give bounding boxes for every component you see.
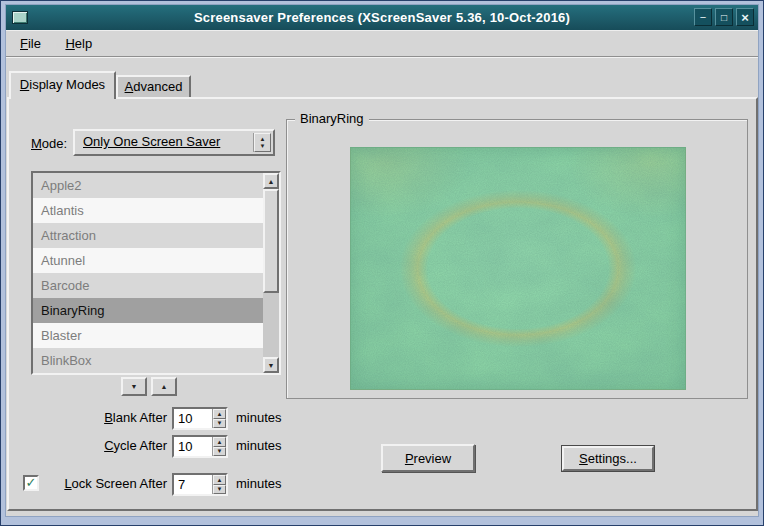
menu-help-label: elp [75,36,92,51]
lock-after-accel: L [64,476,71,491]
menu-help-accel: H [65,36,74,51]
down-arrow-icon: ▼ [217,420,223,426]
down-arrow-icon: ▼ [131,383,138,390]
list-prev-button[interactable]: ▲ [151,377,177,396]
titlebar-buttons: − □ × [694,8,754,26]
scrollbar-down-button[interactable]: ▼ [263,357,279,373]
lock-checkbox[interactable]: ✓ [23,475,39,491]
preview-button-accel: P [405,451,414,466]
lock-after-label: Lock Screen After [45,476,167,491]
list-item-atlantis[interactable]: Atlantis [33,198,263,223]
tab-display-modes-label: isplay Modes [29,77,105,92]
up-arrow-icon: ▲ [268,178,275,185]
preview-frame: BinaryRing [286,119,748,399]
xscreensaver-window: Screensaver Preferences (XScreenSaver 5.… [0,0,764,526]
blank-after-spinbox: ▲ ▼ [172,407,228,430]
titlebar[interactable]: Screensaver Preferences (XScreenSaver 5.… [6,5,758,30]
scrollbar-up-button[interactable]: ▲ [263,173,279,189]
cycle-after-label: Cycle After [9,438,167,453]
cycle-after-input[interactable] [174,437,212,456]
screensaver-list: Apple2 Atlantis Attraction Atunnel Barco… [31,171,281,375]
list-item-atunnel[interactable]: Atunnel [33,248,263,273]
display-modes-panel: Mode: Only One Screen Saver ▲ ▼ Apple2 A… [7,97,758,511]
preview-button-label: review [414,451,452,466]
cycle-after-accel: C [104,438,113,453]
blank-after-accel: B [104,410,113,425]
list-next-button[interactable]: ▼ [121,377,147,396]
lock-after-increment[interactable]: ▲ [213,475,226,485]
preview-button[interactable]: Preview [381,444,475,472]
list-item-barcode[interactable]: Barcode [33,273,263,298]
settings-button-accel: S [579,451,588,466]
list-item-attraction[interactable]: Attraction [33,223,263,248]
tab-advanced-label: dvanced [133,79,182,94]
minimize-button[interactable]: − [694,8,712,26]
list-item-apple2[interactable]: Apple2 [33,173,263,198]
up-arrow-icon: ▲ [217,439,223,445]
window-title: Screensaver Preferences (XScreenSaver 5.… [6,5,758,30]
cycle-minutes-label: minutes [236,438,282,453]
mode-label: Mode: [31,136,67,151]
list-item-blinkbox[interactable]: BlinkBox [33,348,263,373]
menu-help[interactable]: Help [55,31,102,56]
down-arrow-icon: ▼ [268,362,275,369]
mode-combo[interactable]: Only One Screen Saver ▲ ▼ [73,129,275,156]
mode-label-rest: ode: [42,136,67,151]
list-scrollbar[interactable]: ▲ ▼ [263,173,279,373]
settings-button-label: ettings... [588,451,637,466]
restore-icon: □ [721,12,727,23]
cycle-after-steppers: ▲ ▼ [212,437,226,456]
check-icon: ✓ [26,475,37,490]
blank-after-input[interactable] [174,409,212,428]
lock-after-input[interactable] [174,475,212,494]
up-arrow-icon: ▲ [161,383,168,390]
menu-file[interactable]: File [10,31,51,56]
up-arrow-icon: ▲ [260,136,266,142]
blank-after-label: Blank After [9,410,167,425]
list-item-binaryring[interactable]: BinaryRing [33,298,263,323]
cycle-after-spinbox: ▲ ▼ [172,435,228,458]
menubar: File Help [6,30,758,57]
lock-after-spinbox: ▲ ▼ [172,473,228,496]
lock-after-steppers: ▲ ▼ [212,475,226,494]
list-item-blaster[interactable]: Blaster [33,323,263,348]
blank-after-decrement[interactable]: ▼ [213,419,226,429]
down-arrow-icon: ▼ [217,486,223,492]
menu-file-accel: F [20,36,28,51]
combo-spinner-icon: ▲ ▼ [254,133,271,152]
mode-combo-value: Only One Screen Saver [75,131,273,153]
cycle-after-rest: ycle After [114,438,167,453]
tab-display-modes[interactable]: Display Modes [9,71,116,99]
restore-button[interactable]: □ [715,8,733,26]
close-icon: × [741,12,749,23]
tab-advanced[interactable]: Advanced [116,75,191,97]
tab-display-modes-accel: D [20,77,29,92]
minimize-icon: − [700,12,706,23]
lock-after-rest: ock Screen After [72,476,167,491]
mode-label-accel: M [31,136,42,151]
app-icon [12,11,28,24]
menu-file-label: ile [28,36,41,51]
settings-button[interactable]: Settings... [562,446,654,471]
down-arrow-icon: ▼ [217,448,223,454]
up-arrow-icon: ▲ [217,477,223,483]
blank-after-increment[interactable]: ▲ [213,409,226,419]
cycle-after-increment[interactable]: ▲ [213,437,226,447]
lock-after-decrement[interactable]: ▼ [213,485,226,495]
down-arrow-icon: ▼ [260,143,266,149]
blank-after-steppers: ▲ ▼ [212,409,226,428]
close-button[interactable]: × [736,8,754,26]
cycle-after-decrement[interactable]: ▼ [213,447,226,457]
tab-advanced-accel: A [125,79,134,94]
blank-after-rest: lank After [113,410,167,425]
preview-noise-texture [351,148,685,389]
screensaver-list-rows: Apple2 Atlantis Attraction Atunnel Barco… [33,173,263,373]
preview-frame-title: BinaryRing [295,111,369,126]
scrollbar-thumb[interactable] [263,189,279,293]
screensaver-preview-canvas [350,147,686,390]
window-content: Screensaver Preferences (XScreenSaver 5.… [5,4,759,517]
lock-minutes-label: minutes [236,476,282,491]
up-arrow-icon: ▲ [217,411,223,417]
blank-minutes-label: minutes [236,410,282,425]
